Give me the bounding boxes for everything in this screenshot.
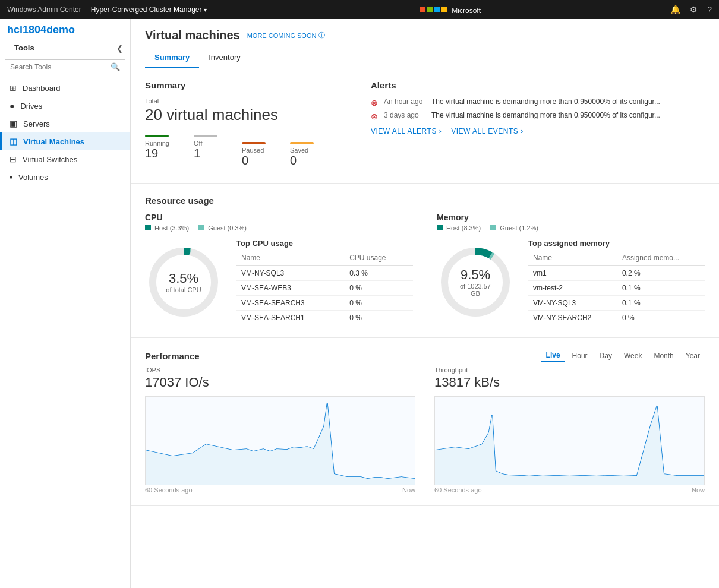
sidebar-item-servers[interactable]: ▣ Servers	[0, 115, 130, 132]
ms-logo-yellow	[441, 7, 447, 12]
topbar-center: Microsoft	[216, 7, 661, 12]
iops-svg	[146, 397, 415, 485]
memory-legend-guest-dot	[490, 225, 496, 230]
cpu-percentage: 3.5%	[166, 271, 201, 286]
iops-time-end: Now	[402, 486, 415, 494]
vm-stat-row: Running 19 Off 1 Paused 0	[145, 131, 347, 171]
page-header: Virtual machines MORE COMING SOON ⓘ Summ…	[131, 19, 719, 68]
alert-row-2: ⊗ 3 days ago The virtual machine is dema…	[371, 111, 705, 121]
view-all-alerts-link[interactable]: VIEW ALL ALERTS ›	[371, 127, 442, 135]
off-bar	[194, 135, 217, 137]
mem-col-name: Name	[528, 251, 617, 266]
notification-icon[interactable]: 🔔	[670, 5, 680, 14]
time-btn-year[interactable]: Year	[681, 350, 705, 361]
memory-table-title: Top assigned memory	[528, 239, 705, 248]
cpu-sub-label: of total CPU	[166, 286, 201, 293]
time-btn-day[interactable]: Day	[595, 350, 617, 361]
paused-label: Paused	[242, 147, 266, 154]
alert-msg-2: The virtual machine is demanding more th…	[431, 111, 660, 119]
search-input[interactable]	[10, 63, 111, 71]
throughput-time-start: 60 Seconds ago	[434, 486, 482, 494]
mem-row-2-value: 0.1 %	[617, 281, 705, 296]
page-title-row: Virtual machines MORE COMING SOON ⓘ	[145, 29, 705, 42]
iops-time-start: 60 Seconds ago	[145, 486, 193, 494]
dashboard-icon: ⊞	[10, 83, 17, 93]
running-value: 19	[145, 147, 169, 160]
mem-row-2-name: vm-test-2	[528, 281, 617, 296]
cpu-main: 3.5% of total CPU Top CPU usage Name C	[145, 239, 413, 325]
cpu-row-1-name: VM-NY-SQL3	[236, 266, 345, 281]
alerts-block: Alerts ⊗ An hour ago The virtual machine…	[371, 80, 705, 171]
help-icon[interactable]: ?	[707, 5, 712, 14]
memory-sub-label: of 1023.57 GB	[456, 283, 495, 297]
sidebar-item-virtual-switches[interactable]: ⊟ Virtual Switches	[0, 150, 130, 168]
tab-inventory[interactable]: Inventory	[199, 48, 250, 68]
cpu-legend: Host (3.3%) Guest (0.3%)	[145, 225, 413, 232]
cpu-legend-guest-label: Guest (0.3%)	[208, 225, 247, 232]
main-layout: hci1804demo Tools ❮ 🔍 ⊞ Dashboard ● Driv…	[0, 19, 719, 588]
cpu-row-3-name: VM-SEA-SEARCH3	[236, 296, 345, 311]
servers-icon: ▣	[10, 119, 17, 128]
throughput-chart-area	[434, 396, 705, 485]
sidebar-item-label-drives: Drives	[20, 102, 42, 110]
cpu-row-3: VM-SEA-SEARCH3 0 %	[236, 296, 413, 311]
time-btn-live[interactable]: Live	[541, 350, 565, 362]
topbar-app[interactable]: Hyper-Converged Cluster Manager ▾	[91, 5, 207, 14]
ms-logo-green	[427, 7, 433, 12]
summary-alerts-row: Summary Total 20 virtual machines Runnin…	[145, 80, 705, 171]
cpu-row-4-value: 0 %	[345, 311, 413, 325]
tools-label: Tools	[7, 41, 42, 56]
time-btn-hour[interactable]: Hour	[567, 350, 592, 361]
memory-legend-host: Host (8.3%)	[437, 225, 481, 232]
resource-section: CPU Host (3.3%) Guest (0.3%)	[145, 213, 705, 325]
saved-bar	[290, 142, 314, 144]
more-coming-soon[interactable]: MORE COMING SOON ⓘ	[247, 31, 326, 40]
sidebar-item-virtual-machines[interactable]: ◫ Virtual Machines	[0, 132, 130, 150]
sidebar-collapse-icon[interactable]: ❮	[116, 44, 123, 53]
memory-legend-host-label: Host (8.3%)	[446, 225, 481, 232]
iops-label: IOPS	[145, 366, 415, 374]
alert-time-1: An hour ago	[384, 97, 425, 106]
ms-logo-blue	[434, 7, 440, 12]
cpu-col-name: Name	[236, 251, 345, 266]
running-label: Running	[145, 140, 169, 147]
topbar-icons: 🔔 ⚙ ?	[670, 5, 712, 14]
memory-legend: Host (8.3%) Guest (1.2%)	[437, 225, 705, 232]
settings-icon[interactable]: ⚙	[690, 5, 698, 14]
topbar: Windows Admin Center Hyper-Converged Clu…	[0, 0, 719, 19]
cpu-row-2-value: 0 %	[345, 281, 413, 296]
sidebar-item-volumes[interactable]: ▪ Volumes	[0, 168, 130, 186]
stat-saved: Saved 0	[280, 138, 328, 171]
tab-summary[interactable]: Summary	[145, 48, 199, 68]
sidebar-item-label-servers: Servers	[23, 119, 50, 128]
memory-legend-host-dot	[437, 225, 443, 230]
view-all-events-label: VIEW ALL EVENTS	[451, 127, 518, 135]
time-btn-month[interactable]: Month	[649, 350, 678, 361]
iops-chart-area	[145, 396, 415, 485]
total-count: 20 virtual machines	[145, 106, 347, 124]
cpu-donut: 3.5% of total CPU	[145, 244, 222, 321]
sidebar-item-dashboard[interactable]: ⊞ Dashboard	[0, 79, 130, 97]
resource-usage-title: Resource usage	[145, 195, 705, 206]
alerts-subtitle: Alerts	[371, 80, 705, 90]
ms-logo: Microsoft	[420, 7, 458, 12]
performance-section: Performance Live Hour Day Week Month Yea…	[131, 338, 719, 506]
cpu-row-1: VM-NY-SQL3 0.3 %	[236, 266, 413, 281]
sidebar-search-box[interactable]: 🔍	[5, 59, 125, 74]
memory-main: 9.5% of 1023.57 GB Top assigned memory N…	[437, 239, 705, 325]
cluster-name: hci1804demo	[0, 19, 130, 39]
mem-row-3-name: VM-NY-SQL3	[528, 296, 617, 311]
search-icon: 🔍	[111, 62, 120, 71]
time-btn-week[interactable]: Week	[619, 350, 647, 361]
throughput-time-end: Now	[692, 486, 705, 494]
sidebar-item-drives[interactable]: ● Drives	[0, 97, 130, 115]
alert-msg-1: The virtual machine is demanding more th…	[431, 97, 660, 106]
virtual-machines-icon: ◫	[10, 137, 17, 146]
view-all-events-link[interactable]: VIEW ALL EVENTS ›	[451, 127, 523, 135]
topbar-app-name: Hyper-Converged Cluster Manager	[91, 5, 202, 14]
memory-block: Memory Host (8.3%) Guest (1.2%)	[437, 213, 705, 325]
mem-row-3-value: 0.1 %	[617, 296, 705, 311]
throughput-value: 13817 kB/s	[434, 375, 705, 390]
cpu-row-4-name: VM-SEA-SEARCH1	[236, 311, 345, 325]
sidebar-item-label-dashboard: Dashboard	[23, 84, 61, 93]
